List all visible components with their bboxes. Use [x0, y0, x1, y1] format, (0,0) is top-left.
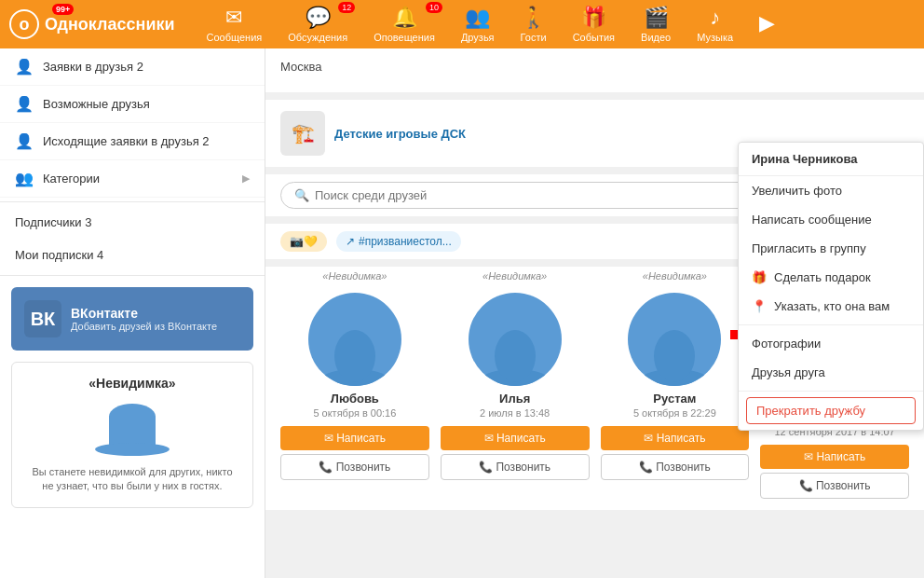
city-label: Москва — [280, 60, 909, 74]
group-info: Детские игровые ДСК — [334, 127, 466, 141]
vk-title: ВКонтакте — [71, 306, 217, 321]
tag2-icon: ↗ — [346, 235, 355, 248]
logo[interactable]: о Одноклассники 99+ — [9, 9, 175, 39]
photos-label: Фотографии — [752, 337, 821, 351]
city-section: Москва — [265, 48, 924, 92]
call-button-1[interactable]: 📞 Позвонить — [280, 454, 429, 480]
friend-name-1[interactable]: Любовь — [280, 392, 429, 406]
sidebar-label-outgoing-requests: Исходящие заявки в друзья 2 — [43, 134, 210, 148]
guests-icon: 🚶 — [521, 6, 546, 30]
context-menu-invite-group[interactable]: Пригласить в группу — [739, 234, 923, 263]
vk-subtitle: Добавить друзей из ВКонтакте — [71, 321, 217, 332]
write-button-3[interactable]: ✉ Написать — [601, 426, 750, 450]
write-message-label: Написать сообщение — [752, 213, 872, 227]
sidebar-item-possible-friends[interactable]: 👤 Возможные друзья — [0, 86, 265, 123]
nav-alerts[interactable]: 🔔 Оповещения 10 — [374, 6, 435, 43]
friend-avatar-3 — [628, 293, 721, 386]
call-button-4[interactable]: 📞 Позвонить — [760, 473, 909, 499]
invisible-block: «Невидимка» Вы станете невидимкой для др… — [11, 362, 253, 508]
friend-name-3[interactable]: Рустам — [601, 392, 750, 406]
nav-friends[interactable]: 👥 Друзья — [461, 6, 495, 43]
group-name[interactable]: Детские игровые ДСК — [334, 127, 466, 141]
svg-point-3 — [495, 330, 536, 382]
tag-призвание[interactable]: ↗ #призваниестол... — [336, 231, 461, 252]
categories-arrow: ▶ — [242, 172, 250, 185]
nav-discussions[interactable]: 💬 Обсуждения 12 — [288, 6, 347, 43]
nav-play[interactable]: ▶ — [759, 11, 775, 37]
friends-of-friend-label: Друзья друга — [752, 365, 825, 379]
gift-label: Сделать подарок — [774, 270, 871, 284]
sidebar-item-categories[interactable]: 👥 Категории ▶ — [0, 160, 265, 198]
search-icon: 🔍 — [294, 188, 309, 202]
invisible-title: «Невидимка» — [25, 376, 239, 391]
invisible-description: Вы станете невидимкой для других, никто … — [25, 465, 239, 494]
context-menu-divider2 — [739, 391, 923, 392]
alerts-badge: 10 — [426, 2, 442, 13]
nav-messages[interactable]: ✉ Сообщения — [207, 6, 263, 43]
vk-text: ВКонтакте Добавить друзей из ВКонтакте — [71, 306, 217, 332]
nav-events[interactable]: 🎁 События — [573, 6, 615, 43]
group-avatar: 🏗️ — [280, 111, 325, 156]
context-menu-friends-of-friend[interactable]: Друзья друга — [739, 358, 923, 387]
end-friendship-label: Прекратить дружбу — [756, 404, 865, 418]
categories-icon: 👥 — [15, 170, 34, 187]
notification-badge: 99+ — [52, 4, 74, 15]
logo-icon: о — [9, 9, 39, 39]
play-icon: ▶ — [759, 11, 775, 35]
friend-tag-2: «Невидимка» — [441, 270, 590, 282]
friend-avatar-wrap-3 — [601, 293, 750, 386]
friend-requests-icon: 👤 — [15, 58, 34, 76]
friend-date-3: 5 октября в 22:29 — [601, 407, 750, 419]
vk-logo: ВК — [24, 300, 61, 337]
music-icon: ♪ — [710, 6, 720, 30]
hat-illustration — [95, 400, 170, 456]
sidebar: 👤 Заявки в друзья 2 👤 Возможные друзья 👤… — [0, 48, 265, 578]
write-button-4[interactable]: ✉ Написать — [760, 445, 909, 469]
sidebar-divider2 — [0, 275, 265, 276]
context-menu-divider — [739, 324, 923, 325]
context-menu-header: Ирина Черникова — [739, 143, 923, 176]
write-button-2[interactable]: ✉ Написать — [441, 426, 590, 450]
friend-card-2: Илья 2 июля в 13:48 ✉ Написать 📞 Позвони… — [441, 293, 590, 499]
tag-emoji[interactable]: 📷💛 — [280, 231, 327, 252]
sidebar-item-friend-requests[interactable]: 👤 Заявки в друзья 2 — [0, 48, 265, 86]
nav-music[interactable]: ♪ Музыка — [697, 6, 733, 43]
sidebar-subscribers[interactable]: Подписчики 3 — [0, 206, 265, 239]
friend-name-2[interactable]: Илья — [441, 392, 590, 406]
friend-avatar-1 — [308, 293, 401, 386]
context-menu-indicate[interactable]: 📍 Указать, кто она вам — [739, 292, 923, 321]
call-button-3[interactable]: 📞 Позвонить — [601, 454, 750, 480]
events-icon: 🎁 — [581, 6, 606, 30]
context-menu: Ирина Черникова Увеличить фото Написать … — [738, 142, 924, 431]
friend-date-1: 5 октября в 00:16 — [280, 407, 429, 419]
messages-icon: ✉ — [225, 6, 242, 30]
context-menu-end-friendship[interactable]: Прекратить дружбу — [746, 397, 916, 424]
call-button-2[interactable]: 📞 Позвонить — [441, 454, 590, 480]
friend-card-1: Любовь 5 октября в 00:16 ✉ Написать 📞 По… — [280, 293, 429, 499]
vk-block[interactable]: ВК ВКонтакте Добавить друзей из ВКонтакт… — [11, 287, 253, 351]
gift-icon: 🎁 — [752, 270, 767, 284]
nav-items: ✉ Сообщения 💬 Обсуждения 12 🔔 Оповещения… — [194, 6, 915, 43]
context-menu-enlarge-photo[interactable]: Увеличить фото — [739, 176, 923, 205]
sidebar-my-subscriptions[interactable]: Мои подписки 4 — [0, 239, 265, 271]
nav-video[interactable]: 🎬 Видео — [641, 6, 671, 43]
hat-brim — [95, 443, 170, 456]
friend-tag-3: «Невидимка» — [601, 270, 750, 282]
sidebar-divider — [0, 201, 265, 202]
svg-point-1 — [334, 330, 375, 382]
main-layout: 👤 Заявки в друзья 2 👤 Возможные друзья 👤… — [0, 48, 924, 578]
outgoing-requests-icon: 👤 — [15, 132, 34, 150]
sidebar-item-outgoing-requests[interactable]: 👤 Исходящие заявки в друзья 2 — [0, 123, 265, 160]
context-menu-gift[interactable]: 🎁 Сделать подарок — [739, 263, 923, 292]
invite-group-label: Пригласить в группу — [752, 241, 866, 255]
write-button-1[interactable]: ✉ Написать — [280, 426, 429, 450]
sidebar-label-possible-friends: Возможные друзья — [43, 97, 150, 111]
context-menu-photos[interactable]: Фотографии — [739, 329, 923, 358]
nav-guests[interactable]: 🚶 Гости — [521, 6, 547, 43]
svg-point-5 — [654, 330, 695, 382]
video-icon: 🎬 — [644, 6, 669, 30]
enlarge-photo-label: Увеличить фото — [752, 184, 842, 198]
context-menu-write-message[interactable]: Написать сообщение — [739, 205, 923, 234]
friends-icon: 👥 — [465, 6, 490, 30]
friend-avatar-2 — [469, 293, 562, 386]
